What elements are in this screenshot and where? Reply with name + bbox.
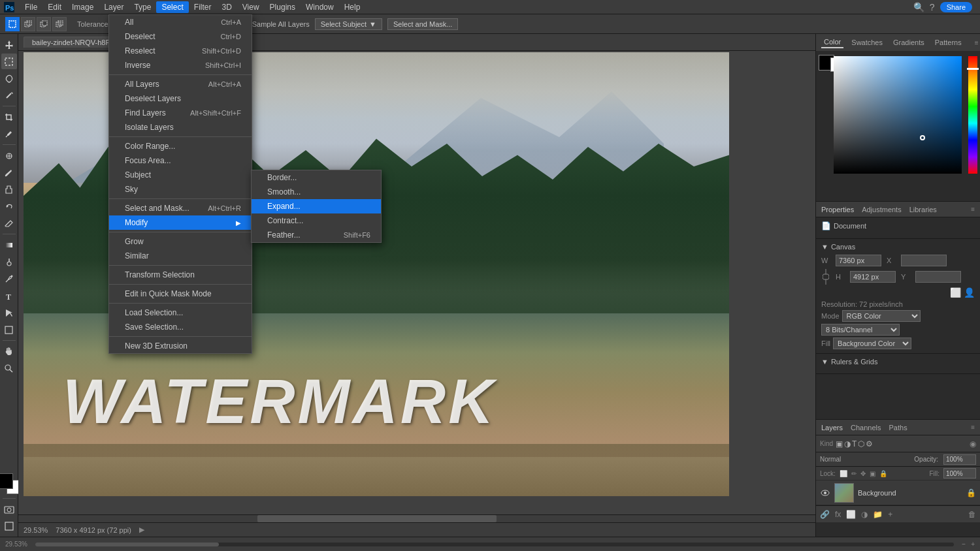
- help-icon[interactable]: ?: [930, 2, 935, 12]
- move-tool[interactable]: [1, 37, 17, 52]
- zoom-in-icon[interactable]: +: [971, 541, 975, 548]
- menu-item-expand[interactable]: Expand...: [252, 199, 381, 213]
- add-adjustment-icon[interactable]: ◑: [861, 510, 868, 519]
- add-folder-icon[interactable]: 📁: [873, 510, 883, 519]
- add-layer-icon[interactable]: +: [888, 510, 892, 519]
- hand-tool[interactable]: [1, 343, 17, 359]
- menu-plugins[interactable]: Plugins: [265, 1, 301, 13]
- filter-shape-icon[interactable]: ⬡: [858, 439, 864, 449]
- lasso-tool[interactable]: [1, 71, 17, 86]
- color-saturation-brightness[interactable]: [834, 56, 962, 174]
- canvas-section-header[interactable]: ▼ Canvas: [821, 243, 975, 251]
- menu-item-all-layers[interactable]: All Layers Alt+Ctrl+A: [109, 77, 252, 91]
- lock-pixels-icon[interactable]: ✏: [851, 470, 857, 477]
- add-style-icon[interactable]: fx: [835, 510, 841, 519]
- width-input[interactable]: [836, 255, 881, 266]
- filter-pixel-icon[interactable]: ▣: [836, 439, 843, 449]
- tab-patterns[interactable]: Patterns: [932, 37, 964, 48]
- clone-stamp-tool[interactable]: [1, 181, 17, 197]
- tab-libraries[interactable]: Libraries: [909, 206, 937, 213]
- menu-item-save-selection[interactable]: Save Selection...: [109, 320, 252, 334]
- menu-item-sky[interactable]: Sky: [109, 182, 252, 197]
- menu-filter[interactable]: Filter: [189, 1, 217, 13]
- layer-item-background[interactable]: Background 🔒: [816, 480, 980, 505]
- text-tool[interactable]: T: [1, 288, 17, 304]
- lock-transparent-icon[interactable]: ⬜: [840, 470, 847, 477]
- intersect-selection-icon[interactable]: [52, 17, 67, 31]
- tab-color[interactable]: Color: [821, 37, 843, 48]
- canvas-icon-1[interactable]: ⬜: [950, 287, 961, 298]
- layer-toggle-switch[interactable]: ◉: [970, 439, 976, 449]
- zoom-tool[interactable]: [1, 360, 17, 376]
- add-selection-icon[interactable]: [21, 17, 35, 31]
- menu-item-color-range[interactable]: Color Range...: [109, 139, 252, 153]
- rulers-grids-header[interactable]: ▼ Rulers & Grids: [821, 358, 975, 366]
- crop-tool[interactable]: [1, 109, 17, 125]
- filter-adjustment-icon[interactable]: ◑: [844, 439, 851, 449]
- menu-3d[interactable]: 3D: [216, 1, 237, 13]
- menu-item-quick-mask[interactable]: Edit in Quick Mask Mode: [109, 287, 252, 301]
- select-mask-button[interactable]: Select and Mask...: [387, 18, 459, 30]
- pen-tool[interactable]: [1, 271, 17, 287]
- screen-mode-tool[interactable]: [1, 518, 17, 534]
- menu-item-inverse[interactable]: Inverse Shift+Ctrl+I: [109, 58, 252, 72]
- opacity-input[interactable]: [943, 454, 976, 465]
- menu-item-smooth[interactable]: Smooth...: [252, 185, 381, 199]
- tab-layers[interactable]: Layers: [821, 424, 843, 432]
- menu-item-grow[interactable]: Grow: [109, 234, 252, 249]
- menu-item-isolate-layers[interactable]: Isolate Layers: [109, 120, 252, 134]
- lock-position-icon[interactable]: ✥: [860, 470, 866, 477]
- y-input[interactable]: [915, 271, 961, 283]
- shape-tool[interactable]: [1, 322, 17, 338]
- tab-paths[interactable]: Paths: [889, 424, 907, 432]
- menu-item-3d-extrusion[interactable]: New 3D Extrusion: [109, 339, 252, 353]
- menu-select[interactable]: Select: [156, 1, 188, 13]
- delete-layer-icon[interactable]: 🗑: [968, 510, 976, 519]
- menu-file[interactable]: File: [20, 1, 42, 13]
- eyedropper-tool[interactable]: [1, 126, 17, 142]
- share-button[interactable]: Share: [940, 2, 972, 12]
- canvas-icon-2[interactable]: 👤: [964, 287, 975, 298]
- healing-brush-tool[interactable]: [1, 148, 17, 163]
- menu-type[interactable]: Type: [129, 1, 156, 13]
- gradient-tool[interactable]: [1, 237, 17, 253]
- quick-mask-tool[interactable]: [1, 501, 17, 517]
- menu-item-modify[interactable]: Modify ▶: [109, 215, 252, 230]
- menu-item-transform-selection[interactable]: Transform Selection: [109, 268, 252, 282]
- height-input[interactable]: [850, 271, 896, 283]
- zoom-out-icon[interactable]: −: [962, 541, 966, 548]
- color-spectrum[interactable]: [834, 56, 977, 187]
- menu-help[interactable]: Help: [339, 1, 366, 13]
- menu-item-reselect[interactable]: Reselect Shift+Ctrl+D: [109, 44, 252, 58]
- subtract-selection-icon[interactable]: [37, 17, 51, 31]
- menu-item-load-selection[interactable]: Load Selection...: [109, 306, 252, 320]
- menu-item-focus-area[interactable]: Focus Area...: [109, 153, 252, 168]
- menu-item-subject[interactable]: Subject: [109, 168, 252, 182]
- menu-item-deselect-layers[interactable]: Deselect Layers: [109, 91, 252, 106]
- add-mask-icon[interactable]: ⬜: [846, 510, 856, 519]
- menu-item-all[interactable]: All Ctrl+A: [109, 15, 252, 29]
- x-input[interactable]: [901, 255, 947, 266]
- panel-menu-icon[interactable]: ≡: [975, 39, 979, 46]
- menu-item-border[interactable]: Border...: [252, 170, 381, 185]
- horizontal-scrollbar[interactable]: [18, 514, 815, 522]
- path-selection-tool[interactable]: [1, 305, 17, 321]
- filter-smart-icon[interactable]: ⚙: [866, 439, 873, 449]
- lock-artboard-icon[interactable]: ▣: [870, 470, 875, 477]
- menu-item-deselect[interactable]: Deselect Ctrl+D: [109, 29, 252, 44]
- dodge-tool[interactable]: [1, 254, 17, 270]
- mode-select[interactable]: RGB Color CMYK Color Grayscale: [842, 310, 921, 322]
- hue-slider[interactable]: [968, 56, 977, 174]
- layers-menu-icon[interactable]: ≡: [971, 424, 975, 431]
- menu-item-similar[interactable]: Similar: [109, 249, 252, 263]
- bit-depth-select[interactable]: 8 Bits/Channel 16 Bits/Channel 32 Bits/C…: [821, 324, 900, 336]
- menu-view[interactable]: View: [237, 1, 265, 13]
- foreground-color-box[interactable]: [0, 473, 13, 489]
- brush-tool[interactable]: [1, 165, 17, 180]
- tab-adjustments[interactable]: Adjustments: [862, 206, 902, 213]
- add-link-icon[interactable]: 🔗: [820, 510, 830, 519]
- search-icon[interactable]: 🔍: [913, 2, 924, 12]
- tab-gradients[interactable]: Gradients: [890, 37, 927, 48]
- select-subject-button[interactable]: Select Subject ▼: [315, 18, 382, 30]
- menu-item-feather[interactable]: Feather... Shift+F6: [252, 228, 381, 242]
